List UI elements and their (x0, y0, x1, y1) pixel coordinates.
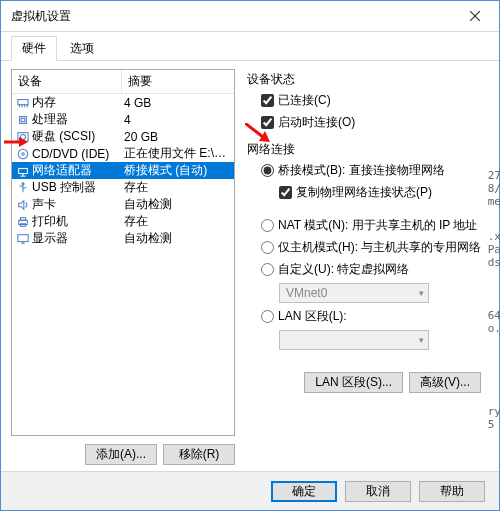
advanced-button[interactable]: 高级(V)... (409, 372, 481, 393)
replicate-label: 复制物理网络连接状态(P) (296, 184, 432, 201)
close-button[interactable] (455, 2, 495, 30)
device-row[interactable]: 声卡自动检测 (12, 196, 234, 213)
device-name: 声卡 (32, 196, 124, 213)
cpu-icon (14, 114, 32, 126)
lan-segment-dropdown[interactable]: ▾ (279, 330, 429, 350)
connected-label: 已连接(C) (278, 92, 331, 109)
left-pane: 设备 摘要 内存4 GB处理器4硬盘 (SCSI)20 GBCD/DVD (ID… (11, 69, 235, 471)
device-name: 内存 (32, 94, 124, 111)
svg-line-18 (20, 185, 23, 187)
connect-at-poweron-label: 启动时连接(O) (278, 114, 355, 131)
device-row[interactable]: CD/DVD (IDE)正在使用文件 E:\总下载目录... (12, 145, 234, 162)
titlebar: 虚拟机设置 (1, 1, 499, 32)
dialog-footer: 确定 取消 帮助 (1, 471, 499, 510)
device-summary: 正在使用文件 E:\总下载目录... (124, 145, 232, 162)
connect-at-poweron-checkbox[interactable] (261, 116, 274, 129)
vmnet-value: VMnet0 (286, 286, 327, 300)
usb-icon (14, 182, 32, 194)
svg-line-19 (23, 187, 26, 189)
replicate-checkbox[interactable] (279, 186, 292, 199)
hostonly-radio[interactable] (261, 241, 274, 254)
close-icon (470, 11, 480, 21)
right-buttons: LAN 区段(S)... 高级(V)... (247, 360, 485, 393)
replicate-option[interactable]: 复制物理网络连接状态(P) (279, 184, 485, 201)
device-name: 硬盘 (SCSI) (32, 128, 124, 145)
svg-rect-22 (20, 217, 25, 220)
vm-settings-dialog: 虚拟机设置 硬件 选项 设备 摘要 内存4 GB处理器4硬盘 (SCSI)20 … (0, 0, 500, 511)
nat-option[interactable]: NAT 模式(N): 用于共享主机的 IP 地址 (261, 217, 485, 234)
disk-icon (14, 131, 32, 143)
vmnet-dropdown[interactable]: VMnet0 ▾ (279, 283, 429, 303)
remove-device-button[interactable]: 移除(R) (163, 444, 235, 465)
device-state-group: 设备状态 已连接(C) 启动时连接(O) (247, 71, 485, 131)
column-header-device[interactable]: 设备 (12, 70, 122, 93)
custom-radio[interactable] (261, 263, 274, 276)
nat-label: NAT 模式(N): 用于共享主机的 IP 地址 (278, 217, 477, 234)
connected-option[interactable]: 已连接(C) (261, 92, 485, 109)
lan-segment-label: LAN 区段(L): (278, 308, 347, 325)
connected-checkbox[interactable] (261, 94, 274, 107)
lan-segment-radio[interactable] (261, 310, 274, 323)
hostonly-option[interactable]: 仅主机模式(H): 与主机共享的专用网络 (261, 239, 485, 256)
hostonly-label: 仅主机模式(H): 与主机共享的专用网络 (278, 239, 481, 256)
svg-rect-8 (21, 118, 24, 121)
device-name: 打印机 (32, 213, 124, 230)
device-name: USB 控制器 (32, 179, 124, 196)
device-name: CD/DVD (IDE) (32, 147, 124, 161)
svg-point-11 (18, 149, 27, 158)
svg-marker-20 (19, 200, 24, 209)
add-device-button[interactable]: 添加(A)... (85, 444, 157, 465)
device-rows: 内存4 GB处理器4硬盘 (SCSI)20 GBCD/DVD (IDE)正在使用… (12, 94, 234, 435)
dialog-title: 虚拟机设置 (11, 8, 455, 25)
svg-rect-7 (20, 116, 27, 123)
device-summary: 4 GB (124, 96, 232, 110)
display-icon (14, 233, 32, 245)
tab-options[interactable]: 选项 (59, 36, 105, 60)
chevron-down-icon: ▾ (419, 335, 424, 345)
bridged-label: 桥接模式(B): 直接连接物理网络 (278, 162, 445, 179)
cancel-button[interactable]: 取消 (345, 481, 411, 502)
svg-point-12 (22, 152, 25, 155)
net-icon (14, 165, 32, 177)
device-list: 设备 摘要 内存4 GB处理器4硬盘 (SCSI)20 GBCD/DVD (ID… (11, 69, 235, 436)
custom-label: 自定义(U): 特定虚拟网络 (278, 261, 409, 278)
svg-point-10 (20, 134, 25, 139)
right-pane: 设备状态 已连接(C) 启动时连接(O) 网络连接 (247, 69, 489, 471)
device-summary: 4 (124, 113, 232, 127)
device-state-title: 设备状态 (247, 71, 485, 88)
device-summary: 存在 (124, 179, 232, 196)
network-connection-group: 网络连接 桥接模式(B): 直接连接物理网络 复制物理网络连接状态(P) NAT… (247, 141, 485, 350)
device-row[interactable]: USB 控制器存在 (12, 179, 234, 196)
device-row[interactable]: 处理器4 (12, 111, 234, 128)
column-header-summary[interactable]: 摘要 (122, 70, 234, 93)
device-name: 显示器 (32, 230, 124, 247)
sound-icon (14, 199, 32, 211)
bridged-option[interactable]: 桥接模式(B): 直接连接物理网络 (261, 162, 485, 179)
device-name: 网络适配器 (32, 162, 124, 179)
device-summary: 20 GB (124, 130, 232, 144)
device-summary: 自动检测 (124, 196, 232, 213)
device-name: 处理器 (32, 111, 124, 128)
device-summary: 自动检测 (124, 230, 232, 247)
nat-radio[interactable] (261, 219, 274, 232)
lan-segment-option[interactable]: LAN 区段(L): (261, 308, 485, 325)
device-row[interactable]: 网络适配器桥接模式 (自动) (12, 162, 234, 179)
connect-at-poweron-option[interactable]: 启动时连接(O) (261, 114, 485, 131)
tab-strip: 硬件 选项 (1, 32, 499, 61)
device-row[interactable]: 显示器自动检测 (12, 230, 234, 247)
chevron-down-icon: ▾ (419, 288, 424, 298)
svg-rect-2 (18, 99, 28, 104)
svg-rect-24 (18, 234, 28, 241)
svg-rect-13 (19, 168, 28, 173)
bridged-radio[interactable] (261, 164, 274, 177)
lan-segments-button[interactable]: LAN 区段(S)... (304, 372, 403, 393)
ok-button[interactable]: 确定 (271, 481, 337, 502)
printer-icon (14, 216, 32, 228)
custom-option[interactable]: 自定义(U): 特定虚拟网络 (261, 261, 485, 278)
help-button[interactable]: 帮助 (419, 481, 485, 502)
device-row[interactable]: 硬盘 (SCSI)20 GB (12, 128, 234, 145)
device-row[interactable]: 打印机存在 (12, 213, 234, 230)
device-row[interactable]: 内存4 GB (12, 94, 234, 111)
tab-hardware[interactable]: 硬件 (11, 36, 57, 61)
network-connection-title: 网络连接 (247, 141, 485, 158)
